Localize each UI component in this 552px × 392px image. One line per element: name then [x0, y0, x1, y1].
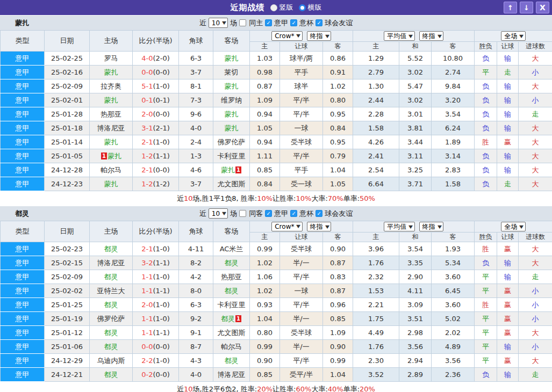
- filter-bar: 近 10▼ 场 同客 ✓意甲 ✓意杯 ✓球会友谊: [199, 208, 353, 219]
- move-up-button[interactable]: ↑: [504, 2, 517, 13]
- chevron-down-icon: ▼: [408, 224, 413, 229]
- col-avg-draw: 和: [399, 233, 432, 242]
- league-cell: 意甲: [1, 340, 45, 354]
- league-cell: 意甲: [1, 270, 45, 284]
- col-date: 日期: [45, 221, 90, 242]
- away-team-cell: 蒙扎1: [213, 163, 250, 177]
- handicap-odds-cell: 平/半: [280, 270, 323, 284]
- average-odds-cell: 6.24: [432, 121, 475, 135]
- match-row: 意甲25-01-19佛罗伦萨1-1(1-0)9-2都灵11.04半/一0.851…: [1, 312, 552, 326]
- match-count-select[interactable]: 10▼: [209, 18, 228, 28]
- col-result: 胜负: [475, 233, 497, 242]
- move-down-button[interactable]: ↓: [520, 2, 533, 13]
- col-home: 主场: [90, 31, 133, 52]
- match-row: 意甲25-02-09拉齐奥5-1(1-0)8-1蒙扎0.87球半1.021.30…: [1, 79, 552, 93]
- result-cell: 赢: [497, 354, 519, 368]
- handicap-odds-cell: 1.02: [323, 79, 353, 93]
- average-odds-cell: 2.89: [399, 368, 432, 382]
- average-select[interactable]: 平均值▼: [384, 222, 414, 231]
- radio-unselected-icon: [299, 4, 306, 11]
- average-odds-cell: 1.29: [353, 52, 399, 66]
- same-home-checkbox[interactable]: [239, 19, 246, 26]
- handicap-odds-cell: 1.09: [323, 326, 353, 340]
- result-cell: 负: [475, 163, 497, 177]
- average-odds-cell: 3.56: [399, 340, 432, 354]
- match-row: 意甲25-01-25都灵2-0(1-0)6-3卡利亚里0.93平/半0.962.…: [1, 298, 552, 312]
- close-button[interactable]: X: [536, 2, 549, 13]
- handicap-odds-cell: 0.90: [323, 242, 353, 256]
- summary-segment: 让胜率:: [273, 194, 296, 204]
- col-away: 客场: [213, 221, 250, 242]
- bookmaker-select[interactable]: Crow*▼: [271, 31, 302, 41]
- corners-cell: 9-1: [179, 326, 213, 340]
- chevron-down-icon: ▼: [520, 224, 524, 229]
- home-team-cell: 都灵: [90, 298, 133, 312]
- final-index-select-2[interactable]: 终指▼: [419, 222, 443, 231]
- home-team-cell: 都灵: [90, 326, 133, 340]
- average-odds-cell: 2.21: [353, 298, 399, 312]
- handicap-odds-cell: 0.85: [323, 312, 353, 326]
- handicap-odds-cell: 0.86: [323, 52, 353, 66]
- average-odds-cell: 3.71: [399, 177, 432, 191]
- match-count-select[interactable]: 10▼: [209, 208, 228, 219]
- final-index-select[interactable]: 终指▼: [307, 31, 331, 41]
- result-cell: 负: [475, 121, 497, 135]
- final-index-select[interactable]: 终指▼: [307, 222, 331, 231]
- average-odds-cell: 3.60: [432, 298, 475, 312]
- league-friendly-checkbox[interactable]: ✓: [316, 19, 322, 26]
- result-cell: 输: [497, 121, 519, 135]
- home-team-cell: 拉齐奥: [90, 79, 133, 93]
- league-friendly-checkbox[interactable]: ✓: [316, 210, 322, 217]
- average-odds-cell: 5.52: [399, 52, 432, 66]
- match-row: 意甲24-12-23蒙扎1-2(1-2)3-7尤文图斯0.84受一球1.056.…: [1, 177, 552, 191]
- average-select[interactable]: 平均值▼: [384, 31, 414, 41]
- result-cell: 平: [475, 270, 497, 284]
- handicap-odds-cell: 1.02: [250, 284, 280, 298]
- league-serie-a-checkbox[interactable]: ✓: [265, 19, 272, 26]
- average-odds-cell: 5.02: [432, 312, 475, 326]
- league-coppa-checkbox[interactable]: ✓: [290, 210, 297, 217]
- layout-radio-vertical[interactable]: 竖版: [270, 3, 293, 12]
- summary-segment: 近: [177, 194, 184, 204]
- league-serie-a-checkbox[interactable]: ✓: [265, 210, 272, 217]
- average-odds-cell: 6.64: [353, 177, 399, 191]
- date-cell: 25-01-14: [45, 135, 90, 149]
- handicap-odds-cell: 0.99: [323, 354, 353, 368]
- average-odds-cell: 1.30: [353, 79, 399, 93]
- corners-cell: 8-7: [179, 340, 213, 354]
- average-odds-cell: 3.56: [432, 354, 475, 368]
- result-cell: 大: [519, 52, 552, 66]
- result-cell: 负: [475, 107, 497, 121]
- average-odds-cell: 1.76: [353, 340, 399, 354]
- handicap-badge: 1: [235, 166, 241, 173]
- bookmaker-select[interactable]: Crow*▼: [271, 222, 302, 231]
- away-team-cell: AC米兰: [213, 242, 250, 256]
- corners-cell: 8-1: [179, 79, 213, 93]
- final-index-select-2[interactable]: 终指▼: [419, 31, 443, 41]
- score-cell: 3-1(2-1): [133, 121, 179, 135]
- window-controls: ↑ ↓ X: [504, 2, 549, 13]
- league-serie-a-label: 意甲: [274, 209, 288, 219]
- same-home-label: 同主: [249, 18, 263, 28]
- league-cell: 意甲: [1, 149, 45, 163]
- average-odds-cell: 2.32: [353, 270, 399, 284]
- average-odds-cell: 3.02: [399, 66, 432, 79]
- date-cell: 25-02-01: [45, 93, 90, 107]
- full-match-select[interactable]: 全场▼: [501, 31, 525, 41]
- corners-cell: 9-2: [179, 312, 213, 326]
- league-cell: 意甲: [1, 93, 45, 107]
- handicap-badge: 1: [235, 315, 241, 322]
- layout-radio-horizontal[interactable]: 横版: [299, 3, 322, 12]
- same-away-checkbox[interactable]: [239, 210, 246, 217]
- result-cell: 负: [475, 177, 497, 191]
- handicap-odds-cell: 0.80: [250, 326, 280, 340]
- corners-cell: 4-0: [179, 368, 213, 382]
- average-odds-cell: 9.84: [432, 79, 475, 93]
- average-odds-cell: 2.02: [432, 326, 475, 340]
- full-match-select[interactable]: 全场▼: [501, 222, 525, 231]
- league-coppa-checkbox[interactable]: ✓: [290, 19, 297, 26]
- summary-segment: 60%: [296, 385, 311, 392]
- result-cell: 输: [497, 79, 519, 93]
- handicap-odds-cell: 0.99: [250, 242, 280, 256]
- handicap-odds-cell: 0.90: [323, 340, 353, 354]
